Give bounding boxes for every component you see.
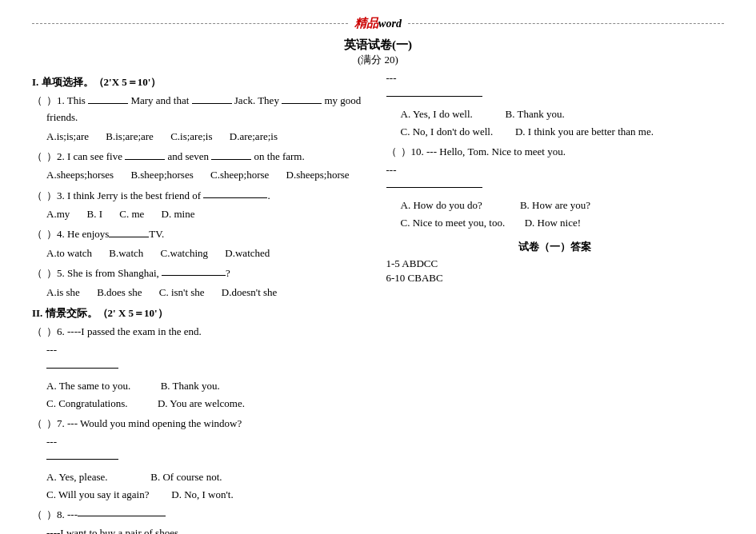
q9-right-blank-label: ---	[386, 70, 725, 87]
q7-opt-c: C. Will you say it again?	[46, 488, 150, 500]
q5-opt-d: D.doesn't she	[222, 286, 278, 298]
q2-text: ）2. I can see five and seven on the farm…	[46, 149, 370, 165]
q9-opt-c: C. No, I don't do well.	[401, 126, 494, 137]
q6-bracket: （	[32, 324, 45, 341]
q2-bracket: （	[32, 149, 45, 165]
answer-row-1: 1-5 ABDCC	[386, 257, 725, 270]
exam-title-main: 英语试卷(一)	[32, 38, 724, 53]
question-5: （ ）5. She is from Shanghai, ? A.is she B…	[32, 265, 370, 301]
q4-text: ）4. He enjoysTV.	[46, 226, 370, 243]
brand-name: 精品	[354, 17, 378, 30]
right-column: --- A. Yes, I do well. B. Thank you. C. …	[386, 70, 725, 534]
q7-opt-d: D. No, I won't.	[171, 488, 233, 500]
q7-bracket: （	[32, 416, 45, 432]
answer-title: 试卷（一）答案	[386, 240, 725, 254]
q5-opt-a: A.is she	[46, 286, 80, 298]
q5-opt-b: B.does she	[97, 286, 142, 298]
q6-options: A. The same to you. B. Thank you. C. Con…	[46, 377, 370, 412]
q7-text: ）7. --- Would you mind opening the windo…	[46, 416, 370, 432]
q10-options: A. How do you do? B. How are you? C. Nic…	[401, 197, 725, 232]
q2-opt-d: D.sheeps;horse	[286, 169, 350, 181]
q4-opt-b: B.watch	[109, 247, 143, 259]
q10-opt-d: D. How nice!	[525, 217, 581, 229]
left-column: I. 单项选择。（2'X 5＝10'） （ ）1. This Mary and …	[32, 70, 370, 534]
question-2: （ ）2. I can see five and seven on the fa…	[32, 149, 370, 185]
q10-opt-a: A. How do you do?	[401, 199, 482, 211]
question-6: （ ）6. ----I passed the exam in the end. …	[32, 324, 370, 412]
q3-bracket: （	[32, 188, 45, 205]
q4-opt-a: A.to watch	[46, 247, 92, 259]
q4-options: A.to watch B.watch C.watching D.watched	[46, 245, 370, 262]
q6-text: ）6. ----I passed the exam in the end.	[46, 324, 370, 341]
q9-opt-a: A. Yes, I do well.	[401, 108, 473, 120]
q3-opt-a: A.my	[46, 208, 70, 220]
q7-blank-label: ---	[46, 434, 370, 451]
word-label: word	[378, 18, 402, 30]
q6-opt-b: B. Thank you.	[161, 380, 220, 392]
q1-options: A.is;is;are B.is;are;are C.is;are;is D.a…	[46, 128, 370, 145]
q1-text: ）1. This Mary and that Jack. They my goo…	[46, 93, 370, 126]
exam-title-sub: (满分 20)	[32, 53, 724, 67]
section1-title: I. 单项选择。（2'X 5＝10'）	[32, 75, 370, 90]
question-4: （ ）4. He enjoysTV. A.to watch B.watch C.…	[32, 226, 370, 262]
question-7: （ ）7. --- Would you mind opening the win…	[32, 416, 370, 504]
q6-opt-a: A. The same to you.	[46, 380, 130, 392]
q9-right-continuation: --- A. Yes, I do well. B. Thank you. C. …	[386, 70, 725, 141]
q8-text: ）8. ---	[46, 507, 370, 524]
main-content: I. 单项选择。（2'X 5＝10'） （ ）1. This Mary and …	[32, 70, 724, 534]
q1-bracket: （	[32, 93, 45, 110]
question-3: （ ）3. I think Jerry is the best friend o…	[32, 188, 370, 224]
q10-opt-c: C. Nice to meet you, too.	[401, 217, 506, 229]
q3-opt-d: D. mine	[162, 208, 195, 220]
section2-title: II. 情景交际。（2' X 5＝10'）	[32, 306, 370, 321]
q8-bracket: （	[32, 507, 45, 524]
q2-opt-a: A.sheeps;horses	[46, 169, 114, 181]
answer-section: 试卷（一）答案 1-5 ABDCC 6-10 CBABC	[386, 240, 725, 285]
q1-opt-b: B.is;are;are	[106, 130, 154, 142]
q5-bracket: （	[32, 265, 45, 282]
q7-opt-a: A. Yes, please.	[46, 471, 108, 483]
q3-text: ）3. I think Jerry is the best friend of …	[46, 188, 370, 205]
q10-opt-b: B. How are you?	[520, 199, 590, 211]
q1-opt-c: C.is;are;is	[170, 130, 212, 142]
q3-opt-c: C. me	[119, 208, 144, 220]
q3-opt-b: B. I	[87, 208, 103, 220]
brand-label: 精品word	[348, 16, 408, 31]
q4-opt-c: C.watching	[161, 247, 209, 259]
q10-bracket: （	[386, 144, 399, 161]
q2-opt-c: C.sheep;horse	[210, 169, 269, 181]
q2-options: A.sheeps;horses B.sheep;horses C.sheep;h…	[46, 166, 370, 184]
q9-opt-b: B. Thank you.	[506, 108, 565, 120]
page-header: 精品word	[32, 16, 724, 31]
q1-opt-d: D.are;are;is	[230, 130, 278, 142]
q10-text: ）10. --- Hello, Tom. Nice to meet you.	[401, 144, 725, 161]
q5-opt-c: C. isn't she	[159, 286, 205, 298]
q9-opt-d: D. I think you are better than me.	[515, 126, 654, 137]
q4-bracket: （	[32, 226, 45, 243]
q3-options: A.my B. I C. me D. mine	[46, 205, 370, 223]
q5-options: A.is she B.does she C. isn't she D.doesn…	[46, 284, 370, 301]
q9-right-options: A. Yes, I do well. B. Thank you. C. No, …	[401, 106, 725, 141]
q10-blank-label: ---	[386, 162, 725, 179]
question-1: （ ）1. This Mary and that Jack. They my g…	[32, 93, 370, 145]
question-8: （ ）8. --- ----I want to buy a pair of sh…	[32, 507, 370, 534]
q7-opt-b: B. Of course not.	[150, 471, 222, 483]
q6-blank-label: ---	[46, 342, 370, 359]
answer-row-2: 6-10 CBABC	[386, 272, 725, 285]
exam-title-section: 英语试卷(一) (满分 20)	[32, 38, 724, 67]
q7-options: A. Yes, please. B. Of course not. C. Wil…	[46, 468, 370, 504]
q6-opt-d: D. You are welcome.	[158, 397, 245, 409]
q6-opt-c: C. Congratulations.	[46, 397, 127, 409]
q5-text: ）5. She is from Shanghai, ?	[46, 265, 370, 282]
q1-opt-a: A.is;is;are	[46, 130, 89, 142]
q2-opt-b: B.sheep;horses	[130, 169, 193, 181]
q8-subtext: ----I want to buy a pair of shoes.	[46, 525, 370, 534]
q4-opt-d: D.watched	[225, 247, 270, 259]
question-10: （ ）10. --- Hello, Tom. Nice to meet you.…	[386, 144, 725, 233]
